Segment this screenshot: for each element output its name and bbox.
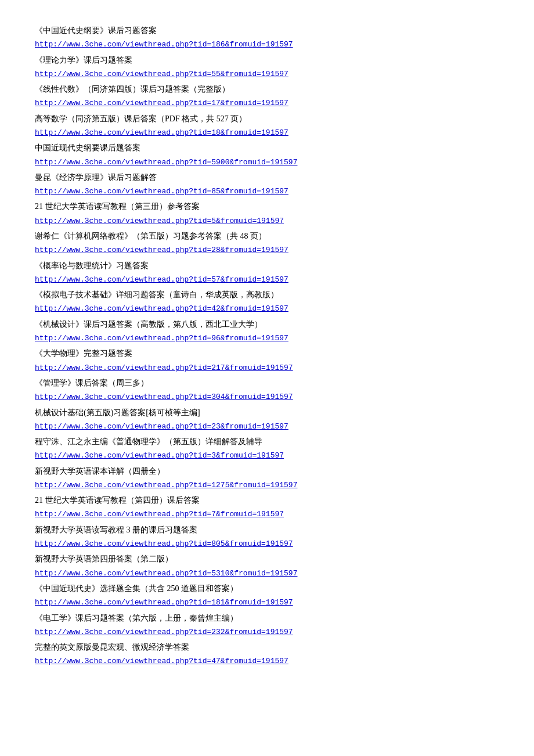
item-title: 《理论力学》课后习题答案 <box>35 53 499 67</box>
item-title: 《机械设计》课后习题答案（高教版，第八版，西北工业大学） <box>35 317 499 332</box>
item-link[interactable]: http://www.3che.com/viewthread.php?tid=4… <box>35 302 499 315</box>
item-link[interactable]: http://www.3che.com/viewthread.php?tid=1… <box>35 96 499 110</box>
item-link[interactable]: http://www.3che.com/viewthread.php?tid=3… <box>35 390 499 404</box>
list-item: 《中国近代史纲要》课后习题答案http://www.3che.com/viewt… <box>35 23 499 52</box>
list-item: 21 世纪大学英语读写教程（第四册）课后答案http://www.3che.co… <box>35 493 499 521</box>
list-item: 新视野大学英语读写教程 3 册的课后习题答案http://www.3che.co… <box>35 523 499 551</box>
item-title: 完整的英文原版曼昆宏观、微观经济学答案 <box>35 640 499 654</box>
list-item: 《线性代数》（同济第四版）课后习题答案（完整版）http://www.3che.… <box>35 82 499 110</box>
item-link[interactable]: http://www.3che.com/viewthread.php?tid=8… <box>35 185 499 198</box>
item-link[interactable]: http://www.3che.com/viewthread.php?tid=5… <box>35 214 499 228</box>
item-link[interactable]: http://www.3che.com/viewthread.php?tid=2… <box>35 625 499 639</box>
item-title: 21 世纪大学英语读写教程（第三册）参考答案 <box>35 199 499 214</box>
item-link[interactable]: http://www.3che.com/viewthread.php?tid=5… <box>35 156 499 169</box>
list-item: 《中国近现代史》选择题全集（共含 250 道题目和答案）http://www.3… <box>35 581 499 610</box>
item-title: 中国近现代史纲要课后题答案 <box>35 141 499 155</box>
item-title: 《线性代数》（同济第四版）课后习题答案（完整版） <box>35 82 499 96</box>
list-item: 《机械设计》课后习题答案（高教版，第八版，西北工业大学）http://www.3… <box>35 317 499 345</box>
item-link[interactable]: http://www.3che.com/viewthread.php?tid=4… <box>35 654 499 668</box>
list-item: 21 世纪大学英语读写教程（第三册）参考答案http://www.3che.co… <box>35 199 499 228</box>
item-title: 新视野大学英语第四册答案（第二版） <box>35 552 499 566</box>
item-title: 《中国近现代史》选择题全集（共含 250 道题目和答案） <box>35 581 499 596</box>
item-link[interactable]: http://www.3che.com/viewthread.php?tid=5… <box>35 273 499 286</box>
list-item: 新视野大学英语第四册答案（第二版）http://www.3che.com/vie… <box>35 552 499 580</box>
list-item: 《理论力学》课后习题答案http://www.3che.com/viewthre… <box>35 53 499 81</box>
item-link[interactable]: http://www.3che.com/viewthread.php?tid=3… <box>35 449 499 462</box>
item-link[interactable]: http://www.3che.com/viewthread.php?tid=5… <box>35 567 499 580</box>
item-link[interactable]: http://www.3che.com/viewthread.php?tid=1… <box>35 596 499 609</box>
item-link[interactable]: http://www.3che.com/viewthread.php?tid=8… <box>35 537 499 550</box>
item-link[interactable]: http://www.3che.com/viewthread.php?tid=1… <box>35 478 499 492</box>
list-item: 机械设计基础(第五版)习题答案[杨可桢等主编]http://www.3che.c… <box>35 405 499 434</box>
item-title: 新视野大学英语课本详解（四册全） <box>35 464 499 478</box>
item-title: 新视野大学英语读写教程 3 册的课后习题答案 <box>35 523 499 537</box>
item-title: 《概率论与数理统计》习题答案 <box>35 258 499 273</box>
list-item: 新视野大学英语课本详解（四册全）http://www.3che.com/view… <box>35 464 499 492</box>
list-item: 《大学物理》完整习题答案http://www.3che.com/viewthre… <box>35 346 499 375</box>
item-link[interactable]: http://www.3che.com/viewthread.php?tid=2… <box>35 243 499 257</box>
list-item: 程守洙、江之永主编《普通物理学》（第五版）详细解答及辅导http://www.3… <box>35 434 499 463</box>
item-title: 《电工学》课后习题答案（第六版，上册，秦曾煌主编） <box>35 611 499 625</box>
item-title: 程守洙、江之永主编《普通物理学》（第五版）详细解答及辅导 <box>35 434 499 449</box>
item-link[interactable]: http://www.3che.com/viewthread.php?tid=2… <box>35 420 499 433</box>
item-link[interactable]: http://www.3che.com/viewthread.php?tid=5… <box>35 67 499 81</box>
list-item: 谢希仁《计算机网络教程》（第五版）习题参考答案（共 48 页）http://ww… <box>35 229 499 257</box>
item-link[interactable]: http://www.3che.com/viewthread.php?tid=1… <box>35 38 499 51</box>
item-title: 曼昆《经济学原理》课后习题解答 <box>35 170 499 185</box>
item-title: 谢希仁《计算机网络教程》（第五版）习题参考答案（共 48 页） <box>35 229 499 243</box>
list-item: 《概率论与数理统计》习题答案http://www.3che.com/viewth… <box>35 258 499 287</box>
item-link[interactable]: http://www.3che.com/viewthread.php?tid=2… <box>35 361 499 375</box>
content-list: 《中国近代史纲要》课后习题答案http://www.3che.com/viewt… <box>35 23 499 668</box>
item-title: 21 世纪大学英语读写教程（第四册）课后答案 <box>35 493 499 507</box>
list-item: 《管理学》课后答案（周三多）http://www.3che.com/viewth… <box>35 376 499 404</box>
item-title: 《模拟电子技术基础》详细习题答案（童诗白，华成英版，高教版） <box>35 287 499 302</box>
item-link[interactable]: http://www.3che.com/viewthread.php?tid=9… <box>35 332 499 345</box>
item-title: 《中国近代史纲要》课后习题答案 <box>35 23 499 38</box>
list-item: 曼昆《经济学原理》课后习题解答http://www.3che.com/viewt… <box>35 170 499 199</box>
item-title: 《管理学》课后答案（周三多） <box>35 376 499 390</box>
list-item: 中国近现代史纲要课后题答案http://www.3che.com/viewthr… <box>35 141 499 169</box>
list-item: 《模拟电子技术基础》详细习题答案（童诗白，华成英版，高教版）http://www… <box>35 287 499 316</box>
item-link[interactable]: http://www.3che.com/viewthread.php?tid=7… <box>35 507 499 521</box>
item-title: 《大学物理》完整习题答案 <box>35 346 499 361</box>
list-item: 完整的英文原版曼昆宏观、微观经济学答案http://www.3che.com/v… <box>35 640 499 668</box>
item-title: 高等数学（同济第五版）课后答案（PDF 格式，共 527 页） <box>35 111 499 126</box>
list-item: 《电工学》课后习题答案（第六版，上册，秦曾煌主编）http://www.3che… <box>35 611 499 639</box>
list-item: 高等数学（同济第五版）课后答案（PDF 格式，共 527 页）http://ww… <box>35 111 499 140</box>
item-link[interactable]: http://www.3che.com/viewthread.php?tid=1… <box>35 126 499 139</box>
item-title: 机械设计基础(第五版)习题答案[杨可桢等主编] <box>35 405 499 420</box>
